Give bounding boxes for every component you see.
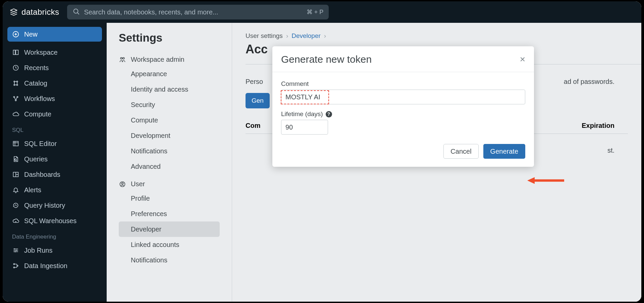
- svg-point-26: [14, 249, 15, 250]
- settings-item-user-notifications[interactable]: Notifications: [119, 252, 220, 268]
- sidenav-item-job-runs[interactable]: Job Runs: [7, 243, 102, 258]
- plus-circle-icon: [12, 31, 19, 38]
- clock-icon: [12, 64, 19, 71]
- settings-item-developer[interactable]: Developer: [119, 221, 220, 237]
- breadcrumb-item-user-settings[interactable]: User settings: [246, 32, 283, 40]
- sidenav-item-workspace[interactable]: Workspace: [7, 45, 102, 60]
- svg-point-13: [17, 96, 18, 97]
- cloud-icon: [12, 111, 19, 117]
- sidenav-item-data-ingestion[interactable]: Data Ingestion: [7, 258, 102, 273]
- sidenav: New Workspace Recents Catalog Workflows …: [3, 23, 107, 302]
- svg-line-19: [16, 160, 17, 161]
- svg-point-33: [123, 57, 124, 59]
- settings-item-preferences[interactable]: Preferences: [119, 206, 220, 221]
- close-icon[interactable]: ×: [520, 55, 525, 64]
- svg-point-8: [14, 81, 15, 82]
- help-icon[interactable]: ?: [326, 111, 332, 117]
- dashboards-icon: [12, 171, 19, 178]
- section-label-data-eng: Data Engineering: [7, 229, 102, 242]
- settings-item-advanced[interactable]: Advanced: [119, 159, 220, 174]
- svg-point-11: [17, 84, 18, 85]
- warehouse-icon: [12, 217, 19, 224]
- workspace-icon: [12, 49, 19, 56]
- search-shortcut: ⌘ + P: [307, 8, 324, 16]
- svg-point-27: [16, 250, 17, 251]
- generate-token-modal: Generate new token × Comment Lifetime (d…: [272, 46, 534, 167]
- svg-rect-5: [13, 50, 15, 54]
- breadcrumb: User settings › Developer ›: [246, 32, 628, 40]
- global-search[interactable]: ⌘ + P: [67, 5, 329, 19]
- settings-group-workspace-admin: Workspace admin: [119, 53, 232, 66]
- settings-item-linked-accounts[interactable]: Linked accounts: [119, 237, 220, 252]
- col-expiration: Expiration: [582, 122, 628, 130]
- settings-item-identity[interactable]: Identity and access: [119, 82, 220, 97]
- generate-button[interactable]: Generate: [483, 144, 525, 159]
- generate-token-button[interactable]: Gen: [246, 93, 270, 108]
- cancel-button[interactable]: Cancel: [443, 144, 478, 159]
- section-label-sql: SQL: [7, 122, 102, 136]
- svg-point-12: [13, 96, 14, 97]
- catalog-icon: [12, 80, 19, 87]
- settings-title: Settings: [119, 32, 232, 44]
- sidenav-item-sql-editor[interactable]: SQL Editor: [7, 136, 102, 151]
- queries-icon: [12, 156, 19, 162]
- svg-point-10: [14, 84, 15, 85]
- brand-name: databricks: [21, 7, 59, 17]
- chevron-right-icon: ›: [324, 32, 326, 40]
- svg-point-9: [17, 81, 18, 82]
- svg-point-31: [17, 265, 18, 266]
- comment-label: Comment: [281, 80, 525, 88]
- settings-item-security[interactable]: Security: [119, 97, 220, 112]
- settings-item-notifications[interactable]: Notifications: [119, 143, 220, 159]
- sidenav-item-query-history[interactable]: Query History: [7, 198, 102, 213]
- bell-icon: [12, 187, 19, 193]
- svg-rect-6: [16, 50, 18, 54]
- lifetime-input[interactable]: [281, 120, 328, 135]
- breadcrumb-item-developer[interactable]: Developer: [291, 32, 321, 40]
- svg-line-1: [78, 13, 79, 14]
- svg-point-32: [120, 57, 122, 59]
- svg-point-14: [15, 100, 16, 101]
- ingestion-icon: [12, 262, 19, 269]
- search-input[interactable]: [84, 8, 302, 16]
- sidenav-item-catalog[interactable]: Catalog: [7, 76, 102, 91]
- settings-item-development[interactable]: Development: [119, 128, 220, 143]
- sidenav-item-workflows[interactable]: Workflows: [7, 91, 102, 106]
- search-icon: [72, 8, 80, 16]
- databricks-logo-icon: [9, 8, 18, 16]
- new-label: New: [24, 31, 38, 38]
- history-icon: [12, 202, 19, 209]
- svg-point-29: [13, 263, 14, 264]
- modal-title: Generate new token: [281, 54, 372, 65]
- new-button[interactable]: New: [7, 27, 102, 42]
- comment-input[interactable]: [281, 90, 525, 104]
- settings-item-compute[interactable]: Compute: [119, 112, 220, 128]
- lifetime-label: Lifetime (days) ?: [281, 110, 525, 118]
- page-description-start: Perso: [246, 78, 263, 86]
- svg-point-30: [13, 267, 14, 268]
- svg-rect-15: [13, 141, 18, 146]
- settings-group-user: User: [119, 178, 232, 191]
- sidenav-item-queries[interactable]: Queries: [7, 152, 102, 166]
- settings-column: Settings Workspace admin Appearance Iden…: [107, 23, 232, 302]
- page-description-end: ad of passwords.: [564, 78, 628, 86]
- job-runs-icon: [12, 247, 19, 254]
- brand: databricks: [9, 7, 59, 17]
- sidenav-item-sql-warehouses[interactable]: SQL Warehouses: [7, 213, 102, 228]
- sidenav-item-recents[interactable]: Recents: [7, 60, 102, 75]
- topbar: databricks ⌘ + P: [3, 1, 641, 23]
- sidenav-item-compute[interactable]: Compute: [7, 107, 102, 121]
- workflows-icon: [12, 95, 19, 102]
- col-comment: Com: [246, 122, 260, 130]
- settings-item-appearance[interactable]: Appearance: [119, 66, 220, 82]
- svg-point-35: [122, 183, 123, 184]
- workspace-admin-icon: [119, 56, 126, 63]
- settings-item-profile[interactable]: Profile: [119, 191, 220, 206]
- sidenav-item-alerts[interactable]: Alerts: [7, 183, 102, 197]
- sidenav-item-dashboards[interactable]: Dashboards: [7, 167, 102, 182]
- svg-point-28: [15, 251, 16, 252]
- user-icon: [119, 181, 126, 188]
- chevron-right-icon: ›: [286, 32, 288, 40]
- sql-editor-icon: [12, 140, 19, 147]
